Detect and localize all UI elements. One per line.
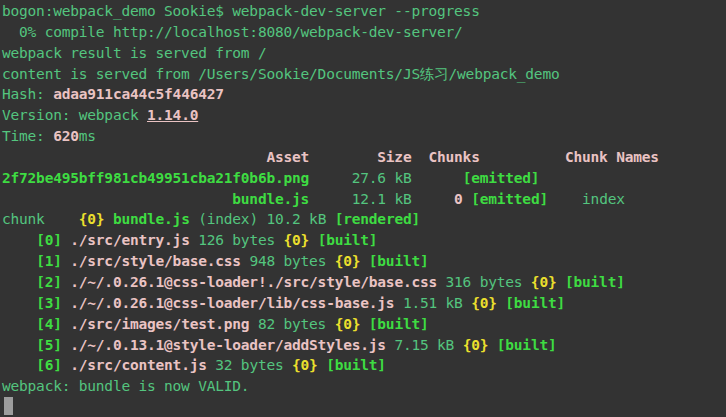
- terminal-text: [emitted]: [471, 191, 548, 207]
- terminal-text: [62, 357, 71, 373]
- terminal-text: chunk: [2, 211, 79, 227]
- terminal-text: {0}: [335, 316, 361, 332]
- terminal-text: 126 bytes: [190, 232, 284, 248]
- terminal-text: ./~/.0.13.1@style-loader/addStyles.js: [70, 337, 386, 353]
- terminal-text: [rendered]: [335, 211, 420, 227]
- terminal-line: Version: webpack 1.14.0: [2, 105, 726, 126]
- terminal-text: [2, 337, 36, 353]
- terminal-line: [2, 397, 726, 417]
- terminal-text: [built]: [505, 295, 565, 311]
- terminal-text: [62, 232, 71, 248]
- terminal-text: [6]: [36, 357, 62, 373]
- terminal-text: (index) 10.2 kB: [190, 211, 335, 227]
- terminal-text: adaa911ca44c5f446427: [53, 86, 224, 102]
- terminal-text: ms: [79, 128, 96, 144]
- terminal-text: [3]: [36, 295, 62, 311]
- terminal-cursor: [4, 397, 13, 415]
- terminal-line: 2f72be495bff981cb49951cba21f0b6b.png 27.…: [2, 168, 726, 189]
- terminal-text: {0}: [463, 337, 489, 353]
- terminal-text: [62, 337, 71, 353]
- terminal-text: [2, 253, 36, 269]
- terminal-line: [5] ./~/.0.13.1@style-loader/addStyles.j…: [2, 335, 726, 356]
- terminal-text: 1.51 kB: [394, 295, 471, 311]
- terminal-text: [309, 232, 318, 248]
- terminal-text: Asset Size Chunks Chunk Names: [2, 149, 659, 165]
- terminal-text: 948 bytes: [241, 253, 335, 269]
- terminal-text: bundle.js: [113, 211, 190, 227]
- terminal-text: [360, 316, 369, 332]
- terminal-text: [2, 274, 36, 290]
- terminal-text: [104, 211, 113, 227]
- terminal-text: ./~/.0.26.1@css-loader!./src/style/base.…: [70, 274, 437, 290]
- terminal-text: [built]: [318, 232, 378, 248]
- terminal-text: 82 bytes: [249, 316, 334, 332]
- terminal-text: [built]: [369, 253, 429, 269]
- terminal-line: [6] ./src/content.js 32 bytes {0} [built…: [2, 355, 726, 376]
- terminal-line: [4] ./src/images/test.png 82 bytes {0} […: [2, 314, 726, 335]
- terminal-text: content is served from /Users/Sookie/Doc…: [2, 66, 559, 82]
- terminal-text: ./src/images/test.png: [70, 316, 249, 332]
- terminal-line: chunk {0} bundle.js (index) 10.2 kB [ren…: [2, 209, 726, 230]
- terminal-text: {0}: [471, 295, 497, 311]
- terminal-text: {0}: [292, 357, 318, 373]
- terminal-text: [556, 274, 565, 290]
- terminal-text: [62, 253, 71, 269]
- terminal-line: webpack: bundle is now VALID.: [2, 376, 726, 397]
- terminal-text: Hash:: [2, 86, 53, 102]
- terminal-text: [2, 232, 36, 248]
- terminal-window[interactable]: bogon:webpack_demo Sookie$ webpack-dev-s…: [0, 0, 726, 417]
- terminal-text: [emitted]: [463, 170, 540, 186]
- terminal-text: bogon:webpack_demo Sookie$ webpack-dev-s…: [2, 3, 480, 19]
- terminal-text: {0}: [531, 274, 557, 290]
- terminal-text: [2, 191, 232, 207]
- terminal-line: webpack result is served from /: [2, 43, 726, 64]
- terminal-text: [1]: [36, 253, 62, 269]
- terminal-text: [built]: [326, 357, 386, 373]
- terminal-line: bogon:webpack_demo Sookie$ webpack-dev-s…: [2, 1, 726, 22]
- terminal-text: 0% compile http://localhost:8080/webpack…: [2, 24, 463, 40]
- terminal-line: bundle.js 12.1 kB 0 [emitted] index: [2, 189, 726, 210]
- terminal-text: [built]: [369, 316, 429, 332]
- terminal-text: [2, 295, 36, 311]
- terminal-text: webpack result is served from /: [2, 45, 266, 61]
- terminal-line: Asset Size Chunks Chunk Names: [2, 147, 726, 168]
- terminal-text: [built]: [497, 337, 557, 353]
- terminal-text: index: [548, 191, 625, 207]
- terminal-text: [0]: [36, 232, 62, 248]
- terminal-text: [62, 274, 71, 290]
- terminal-output: bogon:webpack_demo Sookie$ webpack-dev-s…: [0, 0, 726, 417]
- terminal-line: [0] ./src/entry.js 126 bytes {0} [built]: [2, 230, 726, 251]
- terminal-text: 316 bytes: [437, 274, 531, 290]
- terminal-text: 2f72be495bff981cb49951cba21f0b6b.png: [2, 170, 309, 186]
- terminal-text: {0}: [284, 232, 310, 248]
- terminal-text: webpack: bundle is now VALID.: [2, 378, 249, 394]
- terminal-text: 1.14.0: [147, 107, 198, 123]
- terminal-text: [2, 357, 36, 373]
- terminal-line: [3] ./~/.0.26.1@css-loader/lib/css-base.…: [2, 293, 726, 314]
- terminal-text: 620: [53, 128, 79, 144]
- terminal-text: [2, 316, 36, 332]
- terminal-line: [1] ./src/style/base.css 948 bytes {0} […: [2, 251, 726, 272]
- terminal-text: 0: [454, 191, 463, 207]
- terminal-text: [2]: [36, 274, 62, 290]
- terminal-text: bundle.js: [232, 191, 309, 207]
- terminal-text: [360, 253, 369, 269]
- terminal-line: Time: 620ms: [2, 126, 726, 147]
- terminal-line: content is served from /Users/Sookie/Doc…: [2, 64, 726, 85]
- terminal-text: {0}: [79, 211, 105, 227]
- terminal-text: 27.6 kB: [309, 170, 463, 186]
- terminal-text: Time:: [2, 128, 53, 144]
- terminal-text: [5]: [36, 337, 62, 353]
- terminal-text: [318, 357, 327, 373]
- terminal-line: [2] ./~/.0.26.1@css-loader!./src/style/b…: [2, 272, 726, 293]
- terminal-line: 0% compile http://localhost:8080/webpack…: [2, 22, 726, 43]
- terminal-text: Version: webpack: [2, 107, 147, 123]
- terminal-text: ./src/style/base.css: [70, 253, 241, 269]
- terminal-text: ./src/content.js: [70, 357, 206, 373]
- terminal-text: ./src/entry.js: [70, 232, 189, 248]
- terminal-text: ./~/.0.26.1@css-loader/lib/css-base.js: [70, 295, 394, 311]
- terminal-text: [built]: [565, 274, 625, 290]
- terminal-text: [62, 316, 71, 332]
- terminal-text: 7.15 kB: [386, 337, 463, 353]
- terminal-text: [488, 337, 497, 353]
